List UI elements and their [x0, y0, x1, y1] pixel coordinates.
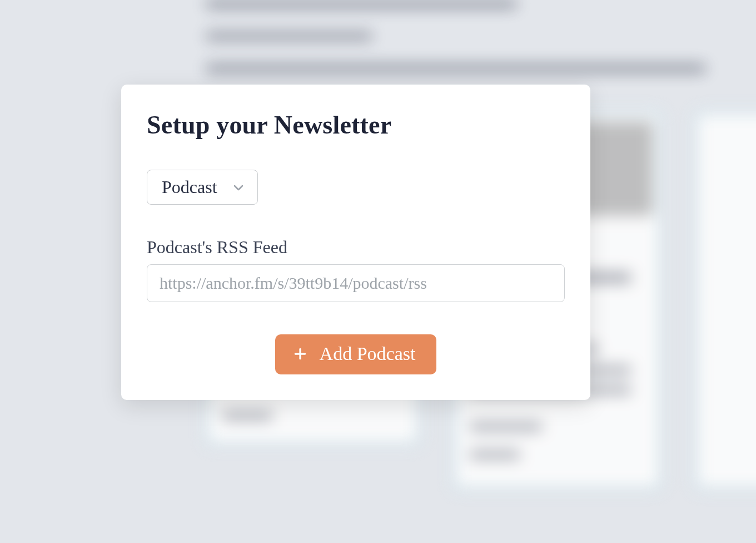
- chevron-down-icon: [232, 181, 245, 194]
- source-type-select[interactable]: Podcast: [147, 170, 258, 205]
- rss-feed-input[interactable]: [147, 264, 565, 302]
- rss-feed-label: Podcast's RSS Feed: [147, 237, 565, 258]
- add-podcast-button[interactable]: Add Podcast: [275, 334, 437, 374]
- plus-icon: [293, 347, 307, 361]
- button-row: Add Podcast: [147, 334, 565, 374]
- source-type-value: Podcast: [162, 177, 217, 198]
- add-podcast-label: Add Podcast: [320, 343, 416, 364]
- modal-title: Setup your Newsletter: [147, 110, 565, 140]
- setup-newsletter-modal: Setup your Newsletter Podcast Podcast's …: [121, 85, 590, 400]
